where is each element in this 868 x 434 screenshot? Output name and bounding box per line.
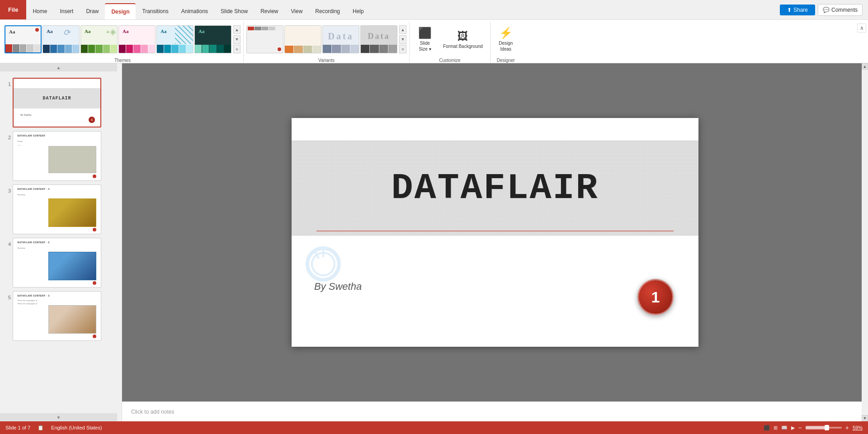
- theme-6[interactable]: Aa: [194, 25, 231, 53]
- status-bar: Slide 1 of 7 📋 English (United States) ⬛…: [0, 421, 868, 434]
- theme-3[interactable]: Aa ◈ a: [80, 25, 118, 53]
- slide-thumb-5: DATAFLAIR CONTENT - 3 There are many typ…: [13, 291, 101, 341]
- tab-slideshow[interactable]: Slide Show: [214, 3, 254, 19]
- slide-title-area: DATAFLAIR: [292, 141, 698, 236]
- theme-5[interactable]: Aa: [156, 25, 193, 53]
- tab-draw[interactable]: Draw: [80, 3, 105, 19]
- design-ideas-label: DesignIdeas: [499, 40, 513, 52]
- slide-canvas-wrapper: DATAFLAIR By Swetha: [122, 63, 868, 401]
- tab-insert[interactable]: Insert: [53, 3, 80, 19]
- slide-item-1[interactable]: 1 DATAFLAIR By Swetha 1: [0, 77, 122, 128]
- tab-design[interactable]: Design: [105, 3, 136, 19]
- themes-scroll-more[interactable]: ≡: [233, 45, 241, 53]
- tab-animations[interactable]: Animations: [175, 3, 214, 19]
- variants-label: Variants: [318, 58, 335, 63]
- collapse-ribbon-button[interactable]: ∧: [857, 24, 866, 33]
- comments-button[interactable]: 💬 Comments: [818, 4, 863, 16]
- slide-item-5[interactable]: 5 DATAFLAIR CONTENT - 3 There are many t…: [0, 290, 122, 342]
- slide-num-4: 4: [4, 238, 11, 247]
- comment-icon: 💬: [823, 7, 830, 13]
- variant-4[interactable]: Data: [360, 25, 397, 53]
- theme-2[interactable]: Aa ⟳: [42, 25, 80, 53]
- panel-scroll-down[interactable]: ▼: [0, 413, 117, 421]
- slide-thumb-4: DATAFLAIR CONTENT - 2 Summary: [13, 238, 101, 288]
- customize-label: Customize: [439, 58, 460, 63]
- designer-group: ⚡ DesignIdeas Designer: [491, 22, 521, 63]
- view-normal-icon[interactable]: ⬛: [764, 425, 770, 431]
- share-button[interactable]: ⬆ Share: [780, 5, 815, 15]
- designer-label: Designer: [497, 58, 515, 63]
- zoom-level[interactable]: 59%: [853, 425, 863, 430]
- tab-help[interactable]: Help: [346, 3, 370, 19]
- slide-panel: ▲ 1 DATAFLAIR By Swetha 1 2 DAT: [0, 63, 122, 421]
- zoom-slider[interactable]: [806, 427, 842, 429]
- vertical-scrollbar[interactable]: ▲ ▼: [862, 63, 868, 421]
- design-ideas-icon: ⚡: [499, 27, 513, 39]
- themes-scroll-down[interactable]: ▼: [233, 35, 241, 44]
- slide-size-label: SlideSize ▾: [419, 40, 431, 52]
- view-slide-sorter-icon[interactable]: ⊞: [774, 425, 778, 431]
- tab-recording[interactable]: Recording: [309, 3, 346, 19]
- variant-3[interactable]: Data: [322, 25, 359, 53]
- slide-title[interactable]: DATAFLAIR: [391, 168, 599, 209]
- variants-scroll-up[interactable]: ▲: [399, 25, 406, 34]
- themes-group: Aa Aa ⟳: [2, 22, 244, 63]
- notes-bar[interactable]: Click to add notes: [122, 401, 868, 421]
- slide-thumb-2: DATAFLAIR CONTENT Points ——: [13, 131, 101, 181]
- variant-1[interactable]: [246, 25, 283, 53]
- panel-scroll-up[interactable]: ▲: [0, 63, 117, 71]
- slide-num-2: 2: [4, 131, 11, 140]
- slide-canvas[interactable]: DATAFLAIR By Swetha: [292, 118, 698, 347]
- customize-group: ⬛ SlideSize ▾ 🖼 Format Background Custom…: [410, 22, 491, 63]
- tab-transitions[interactable]: Transitions: [136, 3, 175, 19]
- tab-view[interactable]: View: [285, 3, 309, 19]
- slide-size-button[interactable]: ⬛ SlideSize ▾: [412, 24, 438, 55]
- zoom-out-button[interactable]: −: [798, 424, 802, 431]
- language: English (United States): [51, 425, 102, 430]
- file-button[interactable]: File: [0, 0, 26, 19]
- slide-thumb-3: DATAFLAIR CONTENT - 4 Summary: [13, 184, 101, 234]
- slide-num-1: 1: [4, 78, 11, 87]
- themes-scroll-up[interactable]: ▲: [233, 25, 241, 34]
- theme-4[interactable]: Aa: [118, 25, 156, 53]
- zoom-in-button[interactable]: +: [845, 424, 849, 431]
- design-ideas-button[interactable]: ⚡ DesignIdeas: [493, 24, 519, 55]
- view-slideshow-icon[interactable]: ▶: [791, 425, 795, 431]
- tab-home[interactable]: Home: [26, 3, 53, 19]
- slide-item-2[interactable]: 2 DATAFLAIR CONTENT Points ——: [0, 130, 122, 182]
- variants-group: Data Data: [244, 22, 410, 63]
- slide-num-3: 3: [4, 184, 11, 193]
- format-background-icon: 🖼: [458, 30, 468, 42]
- slide-badge: 1: [637, 279, 674, 315]
- slide-item-4[interactable]: 4 DATAFLAIR CONTENT - 2 Summary: [0, 237, 122, 288]
- themes-label: Themes: [114, 58, 131, 63]
- variant-2[interactable]: [284, 25, 321, 53]
- tab-review[interactable]: Review: [254, 3, 284, 19]
- slide-item-3[interactable]: 3 DATAFLAIR CONTENT - 4 Summary: [0, 184, 122, 235]
- slide-thumb-1: DATAFLAIR By Swetha 1: [13, 78, 101, 127]
- view-reading-icon[interactable]: 📖: [781, 425, 788, 431]
- format-background-label: Format Background: [443, 43, 483, 49]
- format-background-button[interactable]: 🖼 Format Background: [439, 24, 487, 55]
- variants-scroll-more[interactable]: ≡: [399, 45, 406, 53]
- share-icon: ⬆: [787, 7, 792, 13]
- slide-size-icon: ⬛: [418, 27, 432, 39]
- theme-1[interactable]: Aa: [5, 25, 42, 53]
- slide-num-5: 5: [4, 291, 11, 300]
- slide-subtitle[interactable]: By Swetha: [314, 281, 362, 292]
- main-slide-area: ▲ ▼ DATAFLAIR: [122, 63, 868, 421]
- slide-info: Slide 1 of 7: [5, 425, 30, 430]
- variants-scroll-down[interactable]: ▼: [399, 35, 406, 44]
- notes-icon[interactable]: 📋: [38, 425, 44, 431]
- watermark: [305, 246, 341, 283]
